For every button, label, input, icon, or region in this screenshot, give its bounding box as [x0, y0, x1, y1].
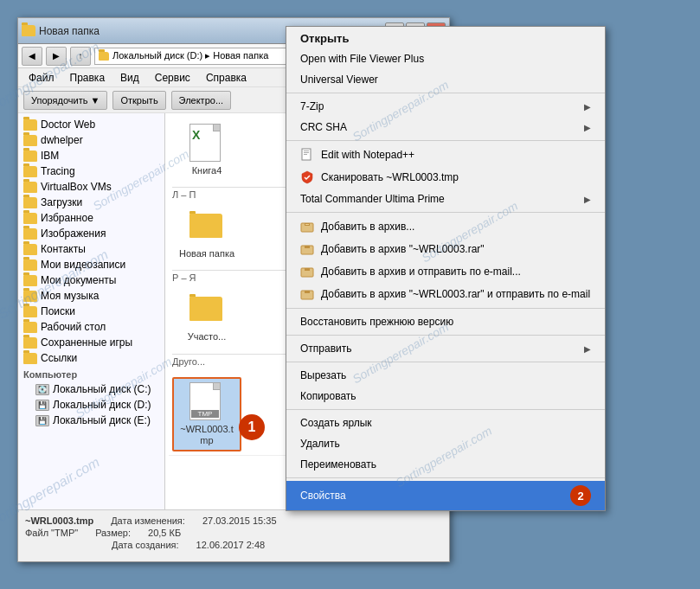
ctx-item-addarchive[interactable]: Добавить в архив... [286, 215, 605, 238]
sidebar-item-tracing[interactable]: Tracing [18, 163, 164, 179]
status-bar: ~WRL0003.tmp Дата изменения: 27.03.2015 … [18, 509, 449, 561]
ctx-item-shortcut[interactable]: Создать ярлык [286, 413, 605, 433]
sidebar-item-downloads[interactable]: Загрузки [18, 195, 164, 210]
ctx-label: Восстановить прежнюю версию [300, 316, 591, 328]
sidebar-item-ibm[interactable]: IBM [18, 148, 164, 163]
ctx-item-send[interactable]: Отправить ▶ [286, 338, 605, 359]
sidebar-label: IBM [41, 150, 59, 162]
sidebar-item-searches[interactable]: Поиски [18, 304, 164, 319]
sidebar-item-documents[interactable]: Мои документы [18, 272, 164, 288]
ctx-item-properties[interactable]: Свойства 2 [286, 481, 605, 510]
folder-icon [23, 259, 37, 271]
sidebar-label: VirtualBox VMs [41, 181, 112, 193]
folder-icon [23, 306, 37, 317]
ctx-item-copy[interactable]: Копировать [286, 386, 605, 407]
folder-icon [23, 275, 37, 286]
menu-help[interactable]: Справка [199, 70, 254, 86]
email-button[interactable]: Электро... [171, 91, 231, 110]
sidebar-item-contacts[interactable]: Контакты [18, 241, 164, 257]
svg-rect-3 [304, 154, 307, 155]
sidebar-item-doctorweb[interactable]: Doctor Web [18, 117, 164, 132]
sidebar-item-music[interactable]: Моя музыка [18, 288, 164, 304]
ctx-label: Отправить [300, 343, 577, 355]
ctx-item-cut[interactable]: Вырезать [286, 365, 605, 386]
sidebar-item-dwhelper[interactable]: dwhelper [18, 132, 164, 148]
up-button[interactable]: ↑ [70, 47, 91, 66]
ctx-separator [286, 140, 605, 141]
sidebar-item-links[interactable]: Ссылки [18, 350, 164, 366]
file-item-uchas[interactable]: Участо... [172, 286, 241, 346]
file-item-excel[interactable]: X Книга4 [172, 120, 241, 180]
ctx-separator [286, 93, 605, 93]
ctx-label: Сканировать ~WRL0003.tmp [321, 171, 591, 183]
folder-icon [23, 166, 37, 177]
ctx-item-fileviewer[interactable]: Open with File Viewer Plus [286, 48, 605, 69]
sidebar-item-drive-c[interactable]: 💽 Локальный диск (C:) [18, 381, 164, 397]
ctx-item-restore[interactable]: Восстановить прежнюю версию [286, 311, 605, 332]
sidebar-item-savedgames[interactable]: Сохраненные игры [18, 335, 164, 350]
ctx-item-addemail[interactable]: Добавить в архив и отправить по e-mail..… [286, 260, 605, 283]
archive-icon [300, 242, 314, 256]
file-item-newfolder[interactable]: Новая папка [172, 203, 241, 263]
sidebar-item-pictures[interactable]: Изображения [18, 226, 164, 241]
ctx-label: Удалить [300, 438, 591, 450]
sidebar-item-desktop[interactable]: Рабочий стол [18, 319, 164, 335]
sidebar-label: Сохраненные игры [41, 336, 132, 349]
sidebar-item-drive-e[interactable]: 💾 Локальный диск (E:) [18, 413, 164, 428]
sidebar-label: Ссылки [41, 352, 77, 364]
status-row-3: Дата создания: 12.06.2017 2:48 [25, 540, 442, 550]
title-bar-left: Новая папка [22, 25, 100, 37]
sidebar-item-drive-d[interactable]: 💾 Локальный диск (D:) [18, 397, 164, 413]
sidebar-item-videos[interactable]: Мои видеозаписи [18, 257, 164, 272]
folder-large-icon [189, 207, 224, 248]
ctx-item-crcsha[interactable]: CRC SHA ▶ [286, 117, 605, 138]
file-item-tmp[interactable]: TMP ~WRL0003.tmp [172, 377, 241, 451]
ctx-label: Создать ярлык [300, 417, 591, 429]
menu-edit[interactable]: Правка [63, 70, 112, 86]
ctx-item-rename[interactable]: Переименовать [286, 454, 605, 475]
organize-button[interactable]: Упорядочить ▼ [23, 91, 107, 110]
ctx-label: Вырезать [300, 369, 591, 381]
ctx-item-totalcommander[interactable]: Total Commander Ultima Prime ▶ [286, 189, 605, 209]
drive-c-icon: 💽 [35, 384, 49, 395]
badge-2: 2 [570, 485, 591, 506]
sidebar-label: Локальный диск (D:) [53, 399, 151, 411]
status-type: Файл "TMP" [25, 528, 78, 538]
shield-icon [300, 170, 314, 184]
menu-view[interactable]: Вид [113, 70, 146, 86]
status-row-1: ~WRL0003.tmp Дата изменения: 27.03.2015 … [25, 515, 442, 526]
badge-1: 1 [239, 414, 265, 440]
window-title: Новая папка [39, 25, 100, 37]
sidebar-item-virtualbox[interactable]: VirtualBox VMs [18, 179, 164, 195]
ctx-item-7zip[interactable]: 7-Zip ▶ [286, 96, 605, 117]
status-filename: ~WRL0003.tmp [25, 515, 93, 526]
ctx-title[interactable]: Открыть [286, 27, 605, 48]
file-name: Новая папка [179, 248, 234, 259]
back-button[interactable]: ◀ [22, 47, 42, 66]
menu-file[interactable]: Файл [22, 70, 61, 86]
ctx-label: Universal Viewer [300, 74, 591, 86]
ctx-item-scan[interactable]: Сканировать ~WRL0003.tmp [286, 166, 605, 189]
open-button[interactable]: Открыть [112, 91, 165, 110]
ctx-arrow: ▶ [584, 195, 591, 204]
folder-icon [23, 322, 37, 333]
ctx-item-addrar[interactable]: Добавить в архив "~WRL0003.rar" [286, 238, 605, 260]
ctx-item-universal[interactable]: Universal Viewer [286, 69, 605, 90]
sidebar-label: Избранное [41, 212, 93, 224]
menu-service[interactable]: Сервис [148, 70, 197, 86]
svg-rect-1 [304, 150, 309, 151]
forward-button[interactable]: ▶ [46, 47, 67, 66]
sidebar-label: dwhelper [41, 134, 83, 146]
folder-icon [23, 197, 37, 208]
context-menu: Открыть Open with File Viewer Plus Unive… [286, 26, 606, 511]
ctx-label: Добавить в архив... [321, 221, 591, 233]
svg-rect-8 [305, 246, 310, 248]
ctx-separator [286, 362, 605, 362]
ctx-item-delete[interactable]: Удалить [286, 433, 605, 454]
sidebar-item-favorites[interactable]: Избранное [18, 210, 164, 226]
sidebar-label: Изображения [41, 227, 106, 240]
ctx-item-notepad[interactable]: Edit with Notepad++ [286, 144, 605, 166]
ctx-label: Свойства [300, 490, 563, 502]
tmp-file-icon: TMP [189, 382, 224, 424]
ctx-item-addraреmail[interactable]: Добавить в архив "~WRL0003.rar" и отправ… [286, 283, 605, 305]
